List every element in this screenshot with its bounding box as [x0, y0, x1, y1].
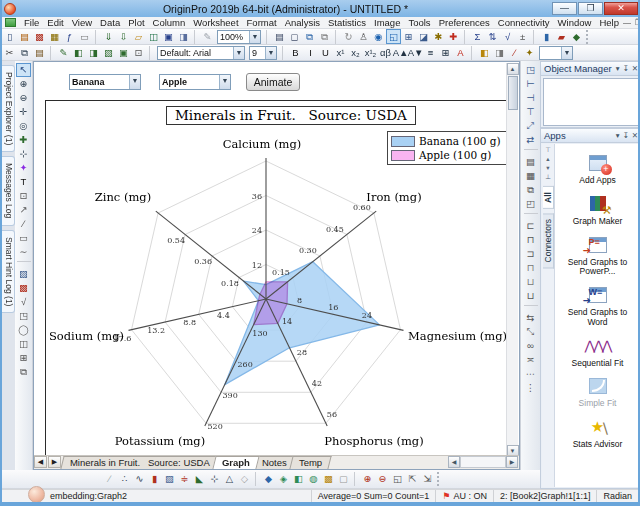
border-dd-icon[interactable]: ⊞: [438, 45, 453, 60]
menu-chevron-icon[interactable]: ▾: [616, 64, 620, 73]
apps-tab-all[interactable]: All: [543, 186, 554, 209]
font-color-icon[interactable]: A: [453, 45, 468, 60]
new-notes-icon[interactable]: ▭: [77, 29, 92, 44]
panel-gray-icon[interactable]: ▢: [336, 472, 351, 487]
align-center-icon[interactable]: ⊓: [523, 233, 538, 247]
size-combo[interactable]: 9▼: [249, 46, 277, 60]
axis-dd-icon[interactable]: ⊹: [207, 472, 222, 487]
new-matrix-icon[interactable]: ▦: [47, 29, 62, 44]
theme-organizer-icon[interactable]: ✱: [431, 29, 446, 44]
font-larger-icon[interactable]: A▲: [393, 45, 408, 60]
pin-icon[interactable]: ↧: [622, 131, 628, 140]
pan-tool-icon[interactable]: ✛: [16, 105, 31, 119]
statistics-sigma-icon[interactable]: Σ: [470, 29, 485, 44]
import-wizard-icon[interactable]: ⇓: [101, 29, 116, 44]
add-right-axis-icon[interactable]: ⊣: [523, 91, 538, 105]
add-column-icon[interactable]: ✚: [446, 29, 461, 44]
arrow-tool-icon[interactable]: ↗: [16, 203, 31, 217]
bold-icon[interactable]: B: [288, 45, 303, 60]
copy-format-icon[interactable]: ◧: [71, 45, 86, 60]
open-excel-icon[interactable]: ◫: [146, 29, 161, 44]
vertical-scrollbar[interactable]: ▲ ▼: [506, 63, 518, 457]
error-bar-dd-icon[interactable]: ≑: [177, 472, 192, 487]
digitizer-icon[interactable]: ✎: [200, 29, 215, 44]
italic-icon[interactable]: I: [303, 45, 318, 60]
freehand-icon[interactable]: ∼: [16, 245, 31, 259]
link-layers-icon[interactable]: ∞: [523, 339, 538, 353]
magic-format-icon[interactable]: ✦: [522, 45, 537, 60]
save-theme-icon[interactable]: ▣: [116, 45, 131, 60]
menu-image[interactable]: Image: [370, 17, 404, 28]
exchange-axes-icon[interactable]: ⇄: [523, 133, 538, 147]
chevron-down-icon[interactable]: ▼: [265, 47, 276, 59]
merge-tool-icon[interactable]: ⧉: [16, 365, 31, 379]
scroll-up-icon[interactable]: ▲: [507, 63, 519, 75]
insert-equation-icon[interactable]: √: [16, 295, 31, 309]
add-top-axis-icon[interactable]: ⊤: [523, 105, 538, 119]
panel-tool-icon[interactable]: ◫: [16, 337, 31, 351]
subscript-icon[interactable]: x₂: [348, 45, 363, 60]
line-symbol-dd-icon[interactable]: ∿: [132, 472, 147, 487]
extract-layers-icon[interactable]: ◰: [523, 197, 538, 211]
menu-preferences[interactable]: Preferences: [435, 17, 494, 28]
chevron-down-icon[interactable]: ▼: [249, 31, 260, 43]
menu-connectivity[interactable]: Connectivity: [494, 17, 554, 28]
font-smaller-icon[interactable]: A▼: [408, 45, 423, 60]
apps-nav-last-icon[interactable]: ⊥: [545, 173, 551, 182]
close-button[interactable]: ✕: [604, 2, 638, 15]
project-explorer-icon[interactable]: ♙: [356, 29, 371, 44]
app-stats-advisor[interactable]: ★∖Stats Advisor: [555, 416, 640, 450]
axis-title-sodium[interactable]: Sodium (mg): [49, 329, 124, 343]
axis-title-iron[interactable]: Iron (mg): [366, 190, 421, 204]
greek-icon[interactable]: αβ: [378, 45, 393, 60]
axis-title-phosphorus[interactable]: Phosphorus (mg): [324, 434, 423, 448]
panel-tab-messages-log[interactable]: Messages Log: [2, 156, 15, 225]
menu-window[interactable]: Window: [554, 17, 596, 28]
layer-tool-icon[interactable]: ◳: [16, 309, 31, 323]
doc-tab-minerals[interactable]: Minerals in Fruit. Source: USDA: [60, 456, 219, 469]
shape-tool-icon[interactable]: ▭: [16, 231, 31, 245]
copy-page-icon[interactable]: ⧉: [302, 29, 317, 44]
layer-contents-icon[interactable]: ▤: [523, 155, 538, 169]
scale-out-icon[interactable]: ⇲: [420, 472, 435, 487]
scale-in-icon[interactable]: ⇱: [405, 472, 420, 487]
resize-layers-icon[interactable]: ⤡: [523, 325, 538, 339]
column-dd-icon[interactable]: ▮: [147, 472, 162, 487]
zoom-in-icon[interactable]: ⊕: [16, 77, 31, 91]
mask-tool-icon[interactable]: ✦: [16, 161, 31, 175]
align-top-icon[interactable]: ⊓: [523, 261, 538, 275]
line-color-icon[interactable]: ∕: [507, 45, 522, 60]
column-stats-icon[interactable]: √: [500, 29, 515, 44]
zoom-out-icon[interactable]: ⊖: [16, 91, 31, 105]
region-reader-icon[interactable]: ◎: [16, 119, 31, 133]
new-function-icon[interactable]: ƒ: [62, 29, 77, 44]
align-bottom-icon[interactable]: ⊔: [523, 289, 538, 303]
search-icon[interactable]: ◉: [371, 29, 386, 44]
underline-icon[interactable]: U: [318, 45, 333, 60]
menu-file[interactable]: File: [20, 17, 43, 28]
fruit2-dropdown[interactable]: Apple▼: [159, 74, 231, 90]
menu-plot[interactable]: Plot: [124, 17, 148, 28]
paste-icon[interactable]: ▤: [32, 45, 47, 60]
window-switcher-icon[interactable]: [5, 18, 16, 27]
minimize-button[interactable]: —: [552, 2, 577, 15]
set-values-icon[interactable]: ±: [515, 29, 530, 44]
new-workbook-icon[interactable]: ▤: [17, 29, 32, 44]
cut-icon[interactable]: ✂: [2, 45, 17, 60]
whole-page-icon[interactable]: ◱: [390, 472, 405, 487]
supersubscript-icon[interactable]: x¹₂: [363, 45, 378, 60]
menu-edit[interactable]: Edit: [43, 17, 67, 28]
text-tool-icon[interactable]: T: [16, 175, 31, 189]
scatter-dd-icon[interactable]: ∴: [117, 472, 132, 487]
misc-combo[interactable]: ▼: [539, 46, 573, 60]
swap-layers-icon[interactable]: ⇆: [523, 311, 538, 325]
fill-color-icon[interactable]: ◧: [477, 45, 492, 60]
insert-graph-icon[interactable]: ▩: [16, 281, 31, 295]
close-icon[interactable]: ✕: [632, 64, 638, 73]
heatmap-dd-icon[interactable]: ▩: [321, 472, 336, 487]
apps-nav-prev-icon[interactable]: ▴: [546, 155, 549, 164]
3d-scatter-dd-icon[interactable]: ◆: [261, 472, 276, 487]
hscroll-track[interactable]: [460, 456, 506, 468]
theme-gallery-icon[interactable]: ⊡: [131, 45, 146, 60]
import-file-icon[interactable]: ⇩: [116, 29, 131, 44]
